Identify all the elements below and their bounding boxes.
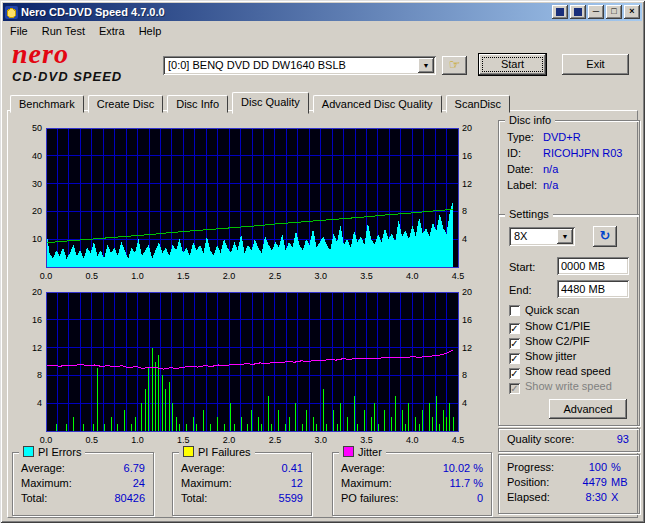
pie-speed-chart: 5040302010201612840.00.51.01.52.02.53.03… — [14, 120, 484, 282]
drive-select-dropdown-icon[interactable]: ▼ — [418, 58, 434, 73]
speed-select-value: 8X — [514, 230, 555, 242]
menu-run-test[interactable]: Run Test — [35, 23, 92, 39]
svg-text:20: 20 — [462, 287, 472, 297]
checkbox-box: ✓ — [509, 338, 520, 349]
svg-text:16: 16 — [462, 315, 472, 325]
pie-maximum: 24 — [133, 477, 145, 489]
checkbox-box: ✓ — [509, 383, 520, 394]
svg-text:12: 12 — [462, 343, 472, 353]
drive-select-value: [0:0] BENQ DVD DD DW1640 BSLB — [168, 59, 416, 71]
svg-text:1.5: 1.5 — [177, 271, 190, 281]
app-window: Nero CD-DVD Speed 4.7.0.0 ─ □ × File Run… — [0, 0, 645, 523]
disc-info-title: Disc info — [505, 113, 555, 127]
checkbox-show-c2-pif[interactable]: ✓Show C2/PIF — [509, 335, 590, 348]
svg-text:0.0: 0.0 — [40, 271, 53, 281]
jitter-maximum: 11.7 % — [450, 477, 483, 489]
jitter-average: 10.02 % — [443, 462, 483, 474]
menu-file[interactable]: File — [3, 23, 35, 39]
menu-extra[interactable]: Extra — [92, 23, 132, 39]
menu-help[interactable]: Help — [132, 23, 169, 39]
svg-text:40: 40 — [32, 151, 42, 161]
pi-failures-panel: PI Failures Average:0.41 Maximum:12 Tota… — [172, 452, 312, 516]
checkbox-show-c1-pie[interactable]: ✓Show C1/PIE — [509, 320, 590, 333]
pie-legend-swatch — [23, 446, 34, 457]
tab-scandisc[interactable]: ScanDisc — [446, 95, 510, 113]
svg-text:3.0: 3.0 — [314, 271, 327, 281]
pif-jitter-chart: 20161284201612840.00.51.01.52.02.53.03.5… — [14, 284, 484, 446]
svg-text:20: 20 — [32, 206, 42, 216]
position-value: 4479 — [583, 476, 607, 488]
checkbox-box — [509, 305, 520, 316]
checkbox-show-read-speed[interactable]: ✓Show read speed — [509, 365, 611, 378]
jitter-legend-swatch — [343, 446, 354, 457]
pif-total: 5599 — [279, 492, 303, 504]
svg-text:50: 50 — [32, 123, 42, 133]
svg-text:3.5: 3.5 — [360, 271, 373, 281]
svg-text:2.5: 2.5 — [269, 271, 282, 281]
svg-text:20: 20 — [32, 287, 42, 297]
svg-text:4: 4 — [37, 398, 42, 408]
drive-select[interactable]: [0:0] BENQ DVD DD DW1640 BSLB ▼ — [163, 56, 436, 75]
menu-bar: File Run Test Extra Help — [3, 22, 642, 40]
quality-score-panel: Quality score: 93 — [498, 428, 640, 452]
svg-text:2.0: 2.0 — [223, 435, 236, 445]
svg-text:8: 8 — [462, 206, 467, 216]
exit-button[interactable]: Exit — [562, 54, 629, 75]
checkbox-show-write-speed[interactable]: ✓Show write speed — [509, 380, 612, 393]
pif-legend-swatch — [183, 446, 194, 457]
svg-text:0.0: 0.0 — [40, 435, 53, 445]
hand-icon: ☞ — [449, 57, 461, 72]
svg-text:4.5: 4.5 — [452, 271, 465, 281]
jitter-title: Jitter — [358, 446, 382, 458]
pi-failures-title: PI Failures — [198, 446, 251, 458]
svg-text:12: 12 — [32, 343, 42, 353]
tab-disc-info[interactable]: Disc Info — [167, 95, 228, 113]
po-failures: 0 — [477, 492, 483, 504]
svg-text:4.0: 4.0 — [406, 435, 419, 445]
speed-select[interactable]: 8X ▼ — [509, 227, 575, 246]
tab-disc-quality[interactable]: Disc Quality — [232, 92, 309, 114]
tab-advanced-disc-quality[interactable]: Advanced Disc Quality — [313, 95, 442, 113]
svg-text:3.0: 3.0 — [314, 435, 327, 445]
start-button[interactable]: Start — [479, 54, 546, 75]
speed-select-dropdown-icon[interactable]: ▼ — [557, 229, 573, 244]
svg-text:4: 4 — [462, 398, 467, 408]
svg-text:1.5: 1.5 — [177, 435, 190, 445]
quality-score-label: Quality score: — [507, 433, 574, 445]
progress-panel: Progress:100% Position:4479MB Elapsed:8:… — [498, 454, 640, 514]
svg-text:4: 4 — [462, 234, 467, 244]
refresh-icon: ↻ — [600, 228, 611, 243]
close-button[interactable]: × — [624, 5, 640, 19]
pi-errors-panel: PI Errors Average:6.79 Maximum:24 Total:… — [12, 452, 154, 516]
svg-text:30: 30 — [32, 179, 42, 189]
titlebar-extra-icon-1[interactable] — [552, 5, 568, 19]
advanced-button[interactable]: Advanced — [549, 399, 627, 419]
checkbox-show-jitter[interactable]: ✓Show jitter — [509, 350, 576, 363]
elapsed-value: 8:30 — [586, 491, 607, 503]
svg-text:1.0: 1.0 — [131, 435, 144, 445]
tab-benchmark[interactable]: Benchmark — [10, 95, 84, 113]
disc-type: DVD+R — [543, 131, 581, 143]
pie-average: 6.79 — [124, 462, 145, 474]
start-position-input[interactable] — [557, 257, 629, 275]
tab-bar: Benchmark Create Disc Disc Info Disc Qua… — [10, 92, 511, 111]
svg-text:0.5: 0.5 — [86, 271, 99, 281]
nero-logo-product: CD·DVD SPEED — [12, 70, 162, 83]
disc-label: n/a — [543, 179, 558, 191]
end-position-label: End: — [509, 284, 532, 296]
end-position-input[interactable] — [557, 280, 629, 298]
checkbox-box: ✓ — [509, 368, 520, 379]
maximize-button[interactable]: □ — [606, 5, 622, 19]
tab-create-disc[interactable]: Create Disc — [88, 95, 163, 113]
options-hand-button[interactable]: ☞ — [442, 56, 467, 75]
svg-text:16: 16 — [32, 315, 42, 325]
nero-logo: nero CD·DVD SPEED — [12, 40, 162, 83]
svg-text:2.5: 2.5 — [269, 435, 282, 445]
minimize-button[interactable]: ─ — [588, 5, 604, 19]
svg-text:12: 12 — [462, 179, 472, 189]
svg-text:8: 8 — [37, 370, 42, 380]
titlebar-extra-icon-2[interactable] — [570, 5, 586, 19]
refresh-button[interactable]: ↻ — [593, 226, 617, 247]
checkbox-quick-scan[interactable]: Quick scan — [509, 304, 579, 317]
pi-errors-title: PI Errors — [38, 446, 81, 458]
